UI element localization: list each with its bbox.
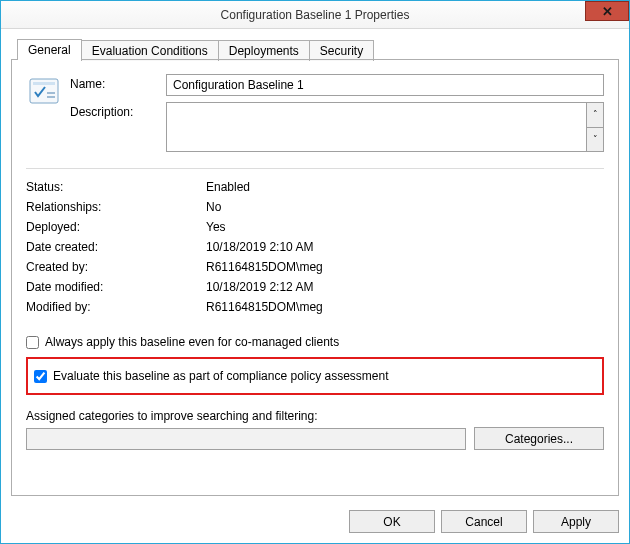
properties-list: Status:Enabled Relationships:No Deployed…	[26, 177, 604, 317]
svg-rect-3	[47, 96, 55, 98]
evaluate-compliance-row: Evaluate this baseline as part of compli…	[34, 365, 596, 387]
evaluate-compliance-label: Evaluate this baseline as part of compli…	[53, 369, 389, 383]
deployed-label: Deployed:	[26, 220, 206, 234]
always-apply-row: Always apply this baseline even for co-m…	[26, 331, 604, 353]
deployed-value: Yes	[206, 220, 226, 234]
relationships-label: Relationships:	[26, 200, 206, 214]
modified-by-value: R61164815DOM\meg	[206, 300, 323, 314]
categories-button[interactable]: Categories...	[474, 427, 604, 450]
description-scroll-up[interactable]: ˄	[586, 102, 604, 128]
highlight-box: Evaluate this baseline as part of compli…	[26, 357, 604, 395]
dialog-window: Configuration Baseline 1 Properties ✕ Ge…	[0, 0, 630, 544]
divider	[26, 168, 604, 169]
tab-label: General	[28, 43, 71, 57]
cancel-label: Cancel	[465, 515, 502, 529]
tab-label: Deployments	[229, 44, 299, 58]
tab-deployments[interactable]: Deployments	[218, 40, 310, 61]
date-modified-label: Date modified:	[26, 280, 206, 294]
close-button[interactable]: ✕	[585, 1, 629, 21]
created-by-label: Created by:	[26, 260, 206, 274]
status-label: Status:	[26, 180, 206, 194]
categories-label: Assigned categories to improve searching…	[26, 409, 604, 423]
svg-rect-2	[47, 92, 55, 94]
tab-general[interactable]: General	[17, 39, 82, 60]
apply-label: Apply	[561, 515, 591, 529]
description-scroll-down[interactable]: ˅	[586, 128, 604, 153]
always-apply-label: Always apply this baseline even for co-m…	[45, 335, 339, 349]
date-modified-value: 10/18/2019 2:12 AM	[206, 280, 313, 294]
always-apply-checkbox[interactable]	[26, 336, 39, 349]
description-input[interactable]	[166, 102, 586, 152]
cancel-button[interactable]: Cancel	[441, 510, 527, 533]
evaluate-compliance-checkbox[interactable]	[34, 370, 47, 383]
svg-rect-1	[33, 82, 55, 85]
description-label: Description:	[70, 102, 166, 119]
close-icon: ✕	[602, 4, 613, 19]
date-created-label: Date created:	[26, 240, 206, 254]
date-created-value: 10/18/2019 2:10 AM	[206, 240, 313, 254]
tab-evaluation-conditions[interactable]: Evaluation Conditions	[81, 40, 219, 61]
name-label: Name:	[70, 74, 166, 91]
baseline-icon	[26, 74, 62, 114]
titlebar: Configuration Baseline 1 Properties ✕	[1, 1, 629, 29]
ok-label: OK	[383, 515, 400, 529]
name-input[interactable]	[166, 74, 604, 96]
tab-label: Security	[320, 44, 363, 58]
tabstrip: General Evaluation Conditions Deployment…	[17, 39, 619, 60]
tab-pane-general: Name: Description: ˄ ˅	[11, 59, 619, 496]
modified-by-label: Modified by:	[26, 300, 206, 314]
categories-input	[26, 428, 466, 450]
dialog-body: General Evaluation Conditions Deployment…	[1, 29, 629, 502]
window-title: Configuration Baseline 1 Properties	[1, 8, 629, 22]
created-by-value: R61164815DOM\meg	[206, 260, 323, 274]
status-value: Enabled	[206, 180, 250, 194]
relationships-value: No	[206, 200, 221, 214]
tab-label: Evaluation Conditions	[92, 44, 208, 58]
dialog-footer: OK Cancel Apply	[1, 502, 629, 543]
tab-security[interactable]: Security	[309, 40, 374, 61]
categories-button-label: Categories...	[505, 432, 573, 446]
ok-button[interactable]: OK	[349, 510, 435, 533]
apply-button[interactable]: Apply	[533, 510, 619, 533]
